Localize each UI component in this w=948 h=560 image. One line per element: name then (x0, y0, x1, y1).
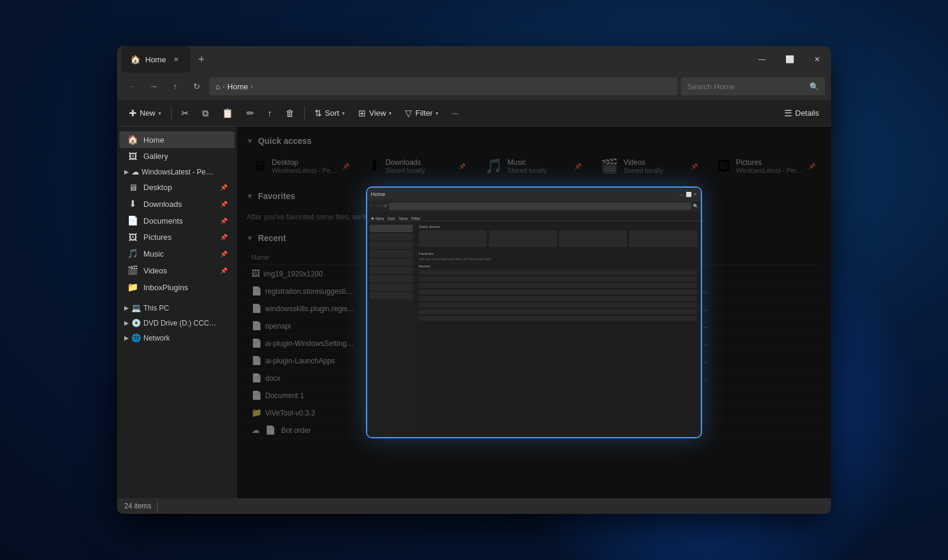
preview-titlebar: Home — ⬜ ✕ (367, 188, 701, 201)
preview-addressbar: ← → ↑ ↺ 🔍 (367, 201, 701, 212)
filter-label: Filter (415, 109, 433, 118)
sidebar-item-gallery[interactable]: 🖼 Gallery (119, 148, 235, 164)
sidebar-home-label: Home (143, 136, 164, 144)
sidebar-item-inboxplugins[interactable]: 📁 InboxPlugins (119, 279, 235, 296)
view-label: View (369, 109, 386, 118)
filter-button[interactable]: ▽ Filter ▾ (399, 105, 445, 122)
search-icon: 🔍 (809, 82, 819, 91)
desktop-icon: 🖥 (127, 182, 139, 192)
item-count: 24 items (124, 502, 151, 510)
videos-icon: 🎬 (127, 265, 139, 276)
breadcrumb-bar[interactable]: ⌂ › Home › (209, 77, 677, 95)
forward-button[interactable]: → (145, 77, 163, 95)
sidebar-item-pictures[interactable]: 🖼 Pictures 📌 (119, 229, 235, 245)
sidebar-pictures-label: Pictures (143, 233, 172, 242)
downloads-pin-icon: 📌 (220, 201, 227, 207)
sort-button[interactable]: ⇅ Sort ▾ (308, 105, 352, 122)
window-controls: — ⬜ ✕ (748, 46, 831, 73)
toolbar-separator-2 (304, 106, 305, 121)
preview-sidebar (367, 221, 415, 437)
details-button[interactable]: ☰ Details (778, 105, 825, 122)
filter-icon: ▽ (405, 108, 412, 119)
details-icon: ☰ (784, 108, 792, 119)
preview-inner: Home — ⬜ ✕ ← → ↑ ↺ 🔍 ✚ New Sort View Fil… (367, 188, 701, 437)
details-label: Details (795, 109, 819, 118)
sidebar-item-documents[interactable]: 📄 Documents 📌 (119, 212, 235, 229)
content-area: 🏠 Home 🖼 Gallery ▶ ☁ WindowsLatest - Pe…… (117, 127, 831, 498)
sidebar-expand-windowslatest[interactable]: ▶ ☁ WindowsLatest - Pe… (119, 164, 235, 179)
sidebar-music-label: Music (143, 249, 164, 258)
status-separator: | (156, 501, 158, 511)
sidebar-item-music[interactable]: 🎵 Music 📌 (119, 245, 235, 262)
more-label: ··· (452, 109, 458, 118)
tab-home-icon: 🏠 (130, 55, 140, 64)
new-button[interactable]: ✚ New ▾ (123, 105, 167, 122)
pin-icon: 📌 (220, 184, 227, 191)
tab-close-button[interactable]: ✕ (171, 54, 182, 65)
new-tab-button[interactable]: + (193, 50, 211, 68)
videos-pin-icon: 📌 (220, 267, 227, 274)
minimize-button[interactable]: — (748, 46, 776, 73)
sidebar-item-downloads[interactable]: ⬇ Downloads 📌 (119, 195, 235, 212)
sidebar-expand-network[interactable]: ▶ 🌐 Network (119, 330, 235, 345)
more-button[interactable]: ··· (446, 106, 464, 121)
dvd-icon: 💿 (131, 318, 141, 327)
sidebar-item-desktop[interactable]: 🖥 Desktop 📌 (119, 179, 235, 195)
up-button[interactable]: ↑ (166, 77, 184, 95)
share-button[interactable]: ↑ (262, 105, 278, 121)
sidebar-wl-label: WindowsLatest - Pe… (142, 168, 213, 176)
delete-icon: 🗑 (286, 108, 295, 118)
sidebar-expand-thispc[interactable]: ▶ 💻 This PC (119, 300, 235, 315)
sort-label: Sort (325, 109, 340, 118)
new-icon: ✚ (129, 108, 137, 119)
refresh-button[interactable]: ↻ (188, 77, 206, 95)
inboxplugins-icon: 📁 (127, 282, 139, 293)
documents-icon: 📄 (127, 215, 139, 226)
status-bar: 24 items | (117, 498, 831, 514)
sidebar-item-home[interactable]: 🏠 Home (119, 131, 235, 148)
pictures-icon: 🖼 (127, 232, 139, 242)
delete-button[interactable]: 🗑 (280, 105, 301, 121)
sidebar-thispc-label: This PC (143, 304, 169, 312)
tab-label: Home (145, 55, 166, 64)
file-explorer-window: 🏠 Home ✕ + — ⬜ ✕ ← → ↑ ↻ ⌂ › Home › (117, 46, 831, 514)
gallery-icon: 🖼 (127, 151, 139, 161)
cut-button[interactable]: ✂ (175, 105, 195, 122)
back-button[interactable]: ← (123, 77, 141, 95)
preview-main: Quick access Favorites After you've favo… (415, 221, 701, 437)
network-icon: 🌐 (131, 333, 141, 342)
music-icon: 🎵 (127, 248, 139, 259)
cloud-icon: ☁ (131, 167, 139, 176)
close-button[interactable]: ✕ (803, 46, 831, 73)
downloads-icon: ⬇ (127, 198, 139, 209)
new-label: New (140, 109, 155, 118)
share-icon: ↑ (268, 108, 272, 118)
sidebar-item-videos[interactable]: 🎬 Videos 📌 (119, 262, 235, 279)
paste-button[interactable]: 📋 (216, 105, 239, 122)
pictures-pin-icon: 📌 (220, 234, 227, 240)
breadcrumb-home: Home (227, 82, 248, 91)
paste-icon: 📋 (222, 108, 233, 119)
cut-icon: ✂ (181, 108, 189, 119)
home-icon-breadcrumb: ⌂ (215, 82, 220, 91)
address-bar: ← → ↑ ↻ ⌂ › Home › 🔍 (117, 73, 831, 100)
view-icon: ⊞ (358, 108, 366, 119)
home-nav-icon: 🏠 (127, 134, 139, 145)
sidebar-downloads-label: Downloads (143, 200, 182, 209)
sidebar-inboxplugins-label: InboxPlugins (143, 283, 188, 292)
sidebar-gallery-label: Gallery (143, 152, 168, 161)
rename-button[interactable]: ✏ (241, 105, 260, 122)
rename-icon: ✏ (247, 108, 254, 119)
maximize-button[interactable]: ⬜ (776, 46, 803, 73)
music-pin-icon: 📌 (220, 251, 227, 257)
preview-qa-grid (419, 230, 697, 247)
search-input[interactable] (687, 82, 806, 91)
main-panel: ▼ Quick access 🖥 Desktop WindowsLatest -… (237, 127, 831, 498)
sidebar-expand-dvd[interactable]: ▶ 💿 DVD Drive (D:) CCC… (119, 315, 235, 330)
sidebar-videos-label: Videos (143, 266, 167, 275)
copy-button[interactable]: ⧉ (196, 105, 215, 122)
preview-card: Home — ⬜ ✕ ← → ↑ ↺ 🔍 ✚ New Sort View Fil… (366, 186, 702, 438)
view-button[interactable]: ⊞ View ▾ (352, 105, 398, 122)
search-box[interactable]: 🔍 (681, 77, 825, 95)
home-tab[interactable]: 🏠 Home ✕ (122, 46, 190, 73)
